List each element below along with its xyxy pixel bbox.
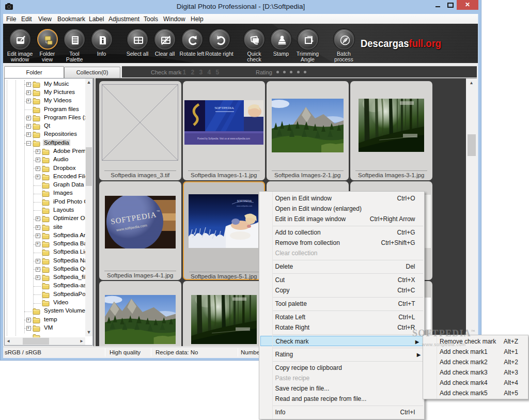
svg-text:SOFTPEDIA: SOFTPEDIA [214, 106, 234, 110]
svg-text:www.softpedia.com: www.softpedia.com [236, 205, 252, 207]
svg-text:™: ™ [157, 210, 160, 213]
svg-text:Posted by Softpedia. Visit us: Posted by Softpedia. Visit us at www.sof… [197, 137, 250, 140]
